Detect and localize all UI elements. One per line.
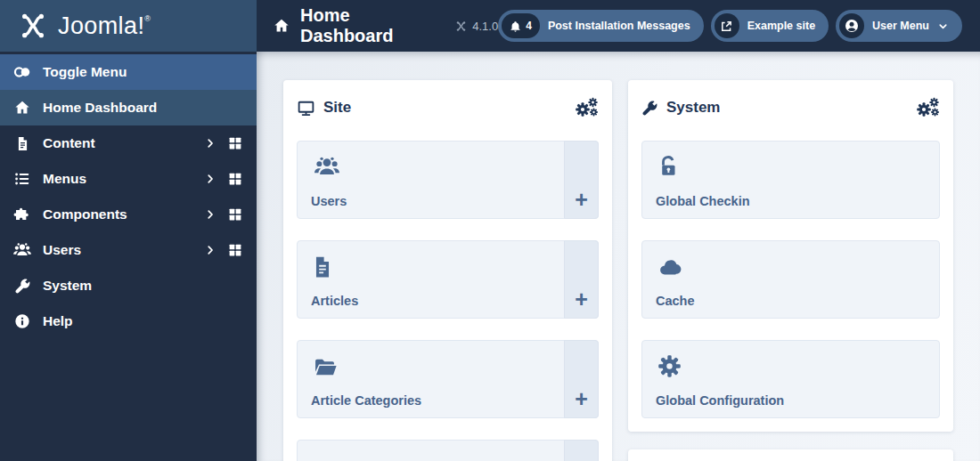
page-title: Home Dashboard [300,5,404,46]
sidebar-item-label: Content [43,135,194,151]
bell-icon [509,20,522,33]
post-installation-messages-button[interactable]: 4 Post Installation Messages [498,10,703,42]
tile-label: Articles [311,294,358,308]
chevron-right-icon[interactable] [204,208,216,221]
system-card-header: System [641,94,940,121]
tile-label: Cache [656,294,695,308]
chevron-right-icon[interactable] [204,244,216,256]
site-card-header: Site [297,94,599,121]
sidebar-item-home-dashboard[interactable]: Home Dashboard [0,90,257,125]
chevron-down-icon [937,20,949,32]
card-title: Site [323,99,351,117]
system-card: System [628,80,953,432]
wrench-icon [12,278,33,295]
example-site-button[interactable]: Example site [711,10,829,42]
button-label: Post Installation Messages [548,20,690,32]
badge-count: 4 [526,20,532,32]
sidebar-item-label: Menus [43,171,194,187]
logo-area: Joomla!® [0,0,257,52]
info-icon [12,312,33,330]
gear-icon [656,352,683,380]
sidebar-item-content[interactable]: Content [0,125,257,161]
sidebar-item-help[interactable]: Help [0,303,257,339]
sidebar-item-label: Help [43,313,245,329]
add-button[interactable]: + [564,141,599,219]
sidebar-item-menus[interactable]: Menus [0,161,257,197]
tile-article-categories[interactable]: Article Categories + [297,340,599,418]
main-content: Site [257,52,980,461]
card-settings-cogs-icon[interactable] [916,97,940,118]
home-icon [273,17,290,35]
tile-label: Users [311,194,347,208]
tile-articles[interactable]: Articles + [297,240,599,319]
folder-open-icon [311,352,340,380]
tile-label: Article Categories [311,393,421,408]
notification-badge: 4 [502,13,540,38]
cloud-icon [656,252,686,280]
chevron-right-icon[interactable] [204,137,216,150]
sidebar-item-system[interactable]: System [0,268,257,303]
add-button[interactable]: + [564,240,599,319]
home-icon [12,99,33,117]
tile-global-checkin[interactable]: Global Checkin [641,141,940,219]
site-card: Site [283,80,612,461]
sidebar-item-label: System [43,278,245,294]
unlock-icon [656,152,682,181]
sidebar-menu: Toggle Menu Home Dashboard Content [0,52,257,461]
chevron-right-icon[interactable] [204,173,216,185]
dashboard-grid-icon[interactable] [227,135,243,151]
system-column: System [628,80,953,461]
sidebar-item-label: Users [43,242,194,258]
sidebar-item-label: Home Dashboard [43,100,245,116]
add-button[interactable] [564,440,599,461]
users-group-icon [311,152,343,181]
sidebar-item-label: Components [43,206,194,222]
dashboard-grid-icon[interactable] [227,206,243,222]
external-link-icon [715,13,739,38]
button-label: User Menu [872,20,929,32]
card-title: System [666,99,720,117]
sidebar-item-toggle-menu[interactable]: Toggle Menu [0,54,257,90]
tile-partial[interactable] [297,440,599,461]
next-card-partial [628,449,953,461]
tile-users[interactable]: Users + [297,141,599,219]
tile-label: Global Checkin [656,194,750,208]
wrench-icon [641,100,658,117]
brand-name: Joomla!® [58,12,151,40]
joomla-logo-icon [18,11,48,41]
document-icon [12,135,33,152]
site-column: Site [283,80,612,461]
version-number: 4.1.0 [472,20,498,33]
sidebar-item-users[interactable]: Users [0,232,257,268]
document-icon [311,252,334,280]
dashboard-grid-icon[interactable] [227,171,243,187]
user-menu-button[interactable]: User Menu [836,10,962,42]
trademark: ® [144,14,151,23]
puzzle-icon [12,206,33,223]
tile-cache[interactable]: Cache [641,240,940,319]
version-info: 4.1.0 [455,20,498,33]
button-label: Example site [747,20,815,32]
sidebar-item-label: Toggle Menu [43,64,245,80]
tile-global-configuration[interactable]: Global Configuration [641,340,940,418]
tile-label: Global Configuration [656,393,784,408]
desktop-icon [297,99,315,117]
users-icon [12,240,33,260]
header-bar: Home Dashboard 4.1.0 [257,0,980,52]
list-icon [12,170,33,188]
card-settings-cogs-icon[interactable] [575,97,599,118]
joomla-version-icon [455,20,467,32]
add-button[interactable]: + [564,340,599,418]
dashboard-grid-icon[interactable] [227,242,243,258]
sidebar-item-components[interactable]: Components [0,197,257,232]
toggle-icon [12,62,33,82]
user-circle-icon [839,13,864,38]
